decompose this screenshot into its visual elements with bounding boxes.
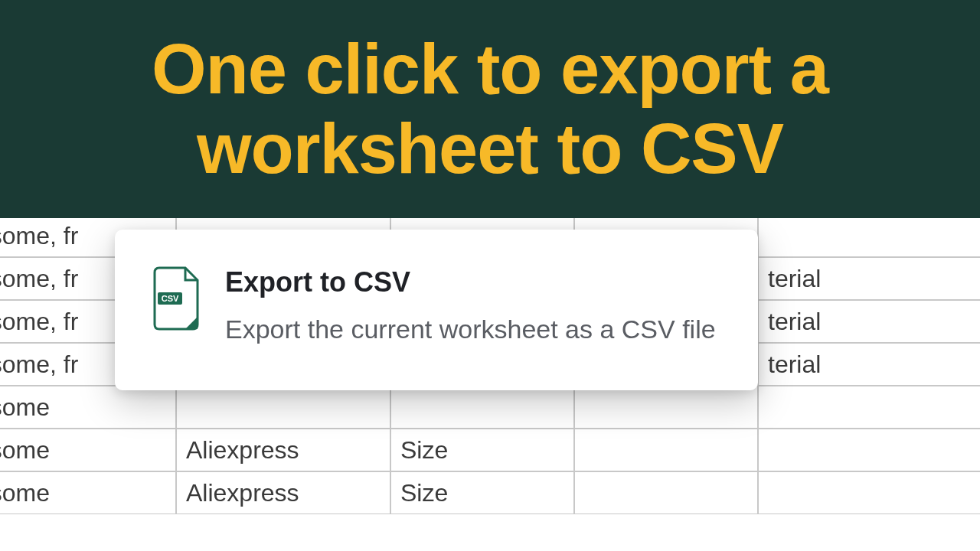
export-csv-menu-item[interactable]: CSV Export to CSV Export the current wor…: [115, 230, 758, 390]
promo-banner-title: One click to export a worksheet to CSV: [0, 30, 980, 187]
csv-file-icon: CSV: [153, 266, 201, 331]
cell[interactable]: terial: [758, 257, 980, 300]
table-row[interactable]: vesome Aliexpress Size: [0, 471, 980, 514]
cell[interactable]: [176, 386, 390, 429]
promo-banner: One click to export a worksheet to CSV: [0, 0, 980, 218]
cell[interactable]: [574, 429, 758, 471]
cell[interactable]: [390, 386, 574, 429]
svg-text:CSV: CSV: [162, 294, 179, 303]
cell[interactable]: [758, 214, 980, 257]
cell[interactable]: vesome: [0, 471, 176, 514]
cell[interactable]: [574, 386, 758, 429]
table-row[interactable]: vesome Aliexpress Size: [0, 429, 980, 471]
cell[interactable]: terial: [758, 343, 980, 386]
cell[interactable]: Aliexpress: [176, 471, 390, 514]
cell[interactable]: [574, 471, 758, 514]
cell[interactable]: vesome: [0, 386, 176, 429]
cell[interactable]: [758, 429, 980, 471]
cell[interactable]: [758, 471, 980, 514]
cell[interactable]: Size: [390, 471, 574, 514]
cell[interactable]: Aliexpress: [176, 429, 390, 471]
cell[interactable]: [758, 386, 980, 429]
cell[interactable]: Size: [390, 429, 574, 471]
cell[interactable]: vesome: [0, 429, 176, 471]
popup-title: Export to CSV: [225, 266, 720, 298]
popup-description: Export the current worksheet as a CSV fi…: [225, 311, 720, 347]
table-row[interactable]: vesome: [0, 386, 980, 429]
cell[interactable]: terial: [758, 300, 980, 343]
popup-text-content: Export to CSV Export the current workshe…: [225, 266, 720, 347]
